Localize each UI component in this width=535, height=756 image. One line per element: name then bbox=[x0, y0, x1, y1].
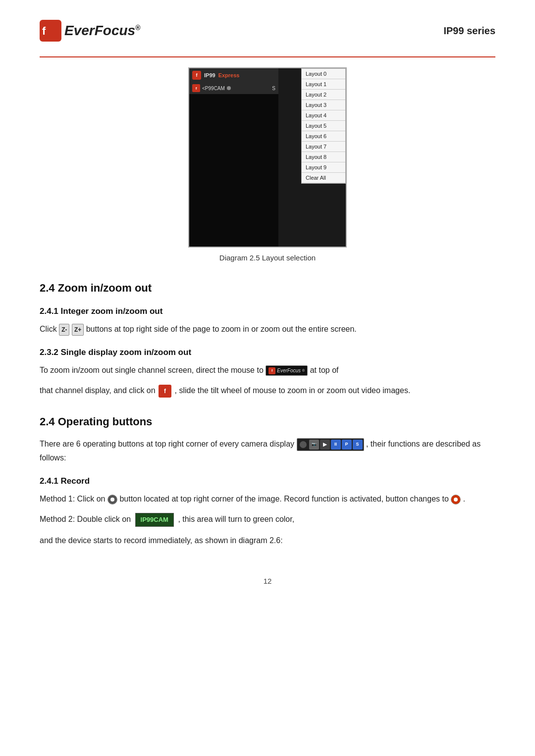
layout-item-0[interactable]: Layout 0 bbox=[302, 69, 345, 79]
operating-buttons-row: 📷 ▶ II P S bbox=[297, 438, 364, 451]
screenshot-frame: f IP99 Express f <P99CAM S Layout 0 Layo… bbox=[188, 67, 347, 248]
op-btn-s: S bbox=[353, 440, 363, 450]
layout-item-1[interactable]: Layout 1 bbox=[302, 79, 345, 90]
screenshot-video-area bbox=[189, 94, 278, 247]
screenshot-left-panel: f IP99 Express f <P99CAM S bbox=[189, 68, 278, 247]
layout-item-6[interactable]: Layout 6 bbox=[302, 131, 345, 142]
op-btn-cam: 📷 bbox=[309, 440, 319, 450]
logo-wordmark: EverFocus® bbox=[64, 23, 141, 39]
clear-all-item[interactable]: Clear All bbox=[302, 173, 345, 183]
screenshot-ip99-label: IP99 bbox=[204, 72, 215, 78]
method2-line2: and the device starts to record immediat… bbox=[40, 536, 283, 545]
layout-item-2[interactable]: Layout 2 bbox=[302, 90, 345, 100]
screenshot-top-bar: f IP99 Express bbox=[189, 68, 278, 82]
dot-indicator-small bbox=[300, 441, 307, 448]
section-zoom-heading: 2.4 Zoom in/zoom out bbox=[40, 282, 495, 295]
paragraph-241: Click Z- Z+ buttons at top right side of… bbox=[40, 322, 495, 336]
op-btn-pause: II bbox=[331, 440, 341, 450]
method2-pre: Method 2: Double click on bbox=[40, 515, 131, 523]
layout-item-3[interactable]: Layout 3 bbox=[302, 100, 345, 110]
screenshot-logo-small: f bbox=[192, 71, 201, 80]
screenshot-express-label: Express bbox=[218, 72, 240, 78]
op-btn-dot bbox=[298, 440, 308, 450]
method2-suf: , this area will turn to green color, bbox=[178, 515, 294, 523]
click-label: Click bbox=[40, 325, 57, 333]
subsection-232-heading: 2.3.2 Single display zoom in/zoom out bbox=[40, 348, 495, 357]
page-header: f EverFocus® IP99 series bbox=[40, 20, 495, 42]
zoom-plus-label: Z+ bbox=[74, 325, 81, 335]
series-title: IP99 series bbox=[443, 25, 495, 37]
method1-mid: button located at top right corner of th… bbox=[119, 495, 451, 503]
cam-suffix-text: S bbox=[272, 86, 275, 91]
section-zoom: 2.4 Zoom in/zoom out 2.4.1 Integer zoom … bbox=[40, 282, 495, 398]
record-button-on bbox=[451, 495, 461, 504]
diagram-2-5: f IP99 Express f <P99CAM S Layout 0 Layo… bbox=[40, 67, 495, 262]
paragraph-record-method2: Method 2: Double click on IP99CAM , this… bbox=[40, 512, 495, 527]
op-para-pre: There are 6 operating buttons at top rig… bbox=[40, 440, 294, 448]
para-232b-suf: , slide the tilt wheel of mouse to zoom … bbox=[175, 386, 411, 395]
everfocus-logo-icon: f bbox=[40, 20, 61, 42]
op-btn-p: P bbox=[342, 440, 352, 450]
zoom-description: buttons at top right side of the page to… bbox=[86, 325, 357, 333]
cam-logo-small: f bbox=[192, 84, 200, 92]
channel-icon: f bbox=[159, 385, 171, 398]
para-232-pre: To zoom in/zoom out single channel scree… bbox=[40, 366, 264, 374]
section-operating-heading: 2.4 Operating buttons bbox=[40, 415, 495, 428]
screenshot-cam-bar: f <P99CAM S bbox=[189, 82, 278, 94]
layout-item-5[interactable]: Layout 5 bbox=[302, 121, 345, 131]
ip99cam-green-label: IP99CAM bbox=[135, 513, 174, 527]
zoom-minus-label: Z- bbox=[61, 325, 67, 335]
cam-name-text: <P99CAM bbox=[202, 86, 225, 91]
subsection-record-heading: 2.4.1 Record bbox=[40, 476, 495, 486]
everfocus-inline-text: EverFocus bbox=[277, 366, 301, 375]
layout-item-7[interactable]: Layout 7 bbox=[302, 142, 345, 152]
paragraph-232: To zoom in/zoom out single channel scree… bbox=[40, 363, 495, 377]
layout-dropdown[interactable]: Layout 0 Layout 1 Layout 2 Layout 3 Layo… bbox=[301, 68, 346, 184]
layout-item-8[interactable]: Layout 8 bbox=[302, 152, 345, 162]
zoom-minus-button[interactable]: Z- bbox=[59, 324, 69, 336]
paragraph-operating: There are 6 operating buttons at top rig… bbox=[40, 437, 495, 464]
paragraph-record-method2b: and the device starts to record immediat… bbox=[40, 534, 495, 547]
svg-text:f: f bbox=[42, 25, 46, 37]
dot-indicator bbox=[227, 86, 231, 90]
diagram-caption: Diagram 2.5 Layout selection bbox=[219, 253, 316, 262]
logo-area: f EverFocus® bbox=[40, 20, 141, 42]
para-232b-pre: that channel display, and click on bbox=[40, 386, 156, 395]
subsection-241-heading: 2.4.1 Integer zoom in/zoom out bbox=[40, 306, 495, 316]
paragraph-record-method1: Method 1: Click on button located at top… bbox=[40, 492, 495, 505]
record-button-off[interactable] bbox=[107, 495, 117, 504]
paragraph-232b: that channel display, and click on f , s… bbox=[40, 384, 495, 398]
method1-pre: Method 1: Click on bbox=[40, 495, 106, 503]
record-btn-off-inner bbox=[110, 498, 114, 502]
zoom-plus-button[interactable]: Z+ bbox=[72, 324, 84, 336]
method1-suf: . bbox=[463, 495, 465, 503]
layout-item-4[interactable]: Layout 4 bbox=[302, 110, 345, 121]
everfocus-inline-icon: f EverFocus® bbox=[266, 365, 308, 376]
para-232-suf: at top of bbox=[310, 366, 339, 374]
section-operating: 2.4 Operating buttons There are 6 operat… bbox=[40, 415, 495, 547]
header-divider bbox=[40, 56, 495, 57]
record-btn-on-inner bbox=[454, 498, 458, 502]
op-btn-play: ▶ bbox=[320, 440, 330, 450]
everfocus-inline-logo-icon: f bbox=[268, 367, 275, 374]
page-number: 12 bbox=[40, 577, 495, 585]
layout-item-9[interactable]: Layout 9 bbox=[302, 162, 345, 173]
